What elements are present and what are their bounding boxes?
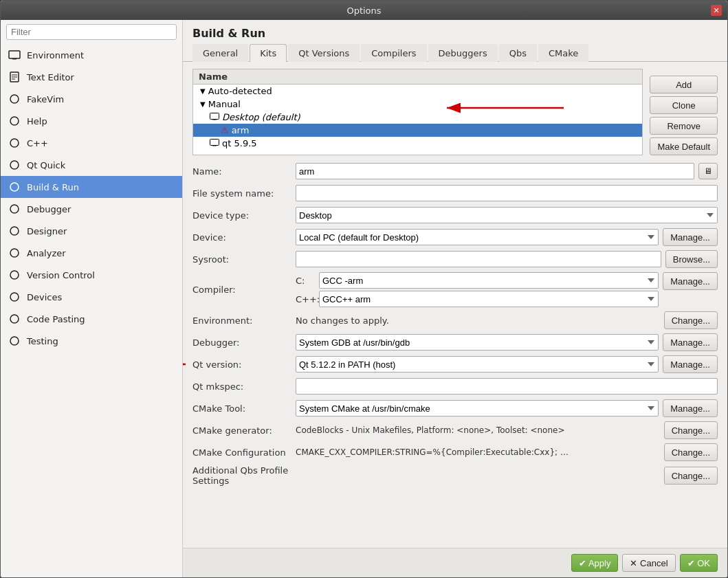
- device-select[interactable]: Local PC (default for Desktop): [296, 229, 659, 245]
- sidebar-item-analyzer[interactable]: Analyzer: [1, 242, 182, 264]
- add-kit-button[interactable]: Add: [650, 76, 718, 93]
- clone-kit-button[interactable]: Clone: [650, 96, 718, 114]
- remove-kit-button[interactable]: Remove: [650, 117, 718, 135]
- kit-form: Name: 🖥 File system name:: [192, 162, 718, 490]
- cmake-configuration-change-button[interactable]: Change...: [664, 443, 718, 461]
- svg-point-10: [10, 183, 19, 191]
- qt-version-select[interactable]: Qt 5.12.2 in PATH (host): [296, 356, 659, 373]
- tab-cmake[interactable]: CMake: [538, 44, 588, 62]
- svg-point-16: [10, 315, 19, 323]
- svg-point-8: [10, 139, 19, 147]
- sidebar-item-environment[interactable]: Environment: [1, 44, 182, 66]
- tab-debuggers[interactable]: Debuggers: [428, 44, 498, 62]
- sidebar-item-label-analyzer: Analyzer: [27, 248, 66, 258]
- environment-label: Environment:: [192, 315, 296, 326]
- sidebar-item-version-control[interactable]: Version Control: [1, 264, 182, 286]
- name-value-container: 🖥: [296, 163, 718, 179]
- compiler-cpp-select[interactable]: GCC++ arm: [319, 291, 659, 307]
- build-icon: [8, 180, 21, 194]
- qt-mkspec-input[interactable]: [296, 378, 718, 394]
- sidebar-item-testing[interactable]: Testing: [1, 330, 182, 352]
- svg-point-7: [10, 117, 19, 125]
- close-button[interactable]: ✕: [711, 5, 722, 16]
- vc-icon: [8, 268, 21, 282]
- svg-rect-19: [212, 120, 217, 120]
- help-icon: [8, 114, 21, 128]
- additional-qbs-change-button[interactable]: Change...: [664, 467, 718, 485]
- additional-qbs-label: Additional Qbs Profile Settings: [192, 465, 296, 486]
- tree-item-label: qt 5.9.5: [222, 138, 257, 148]
- svg-rect-0: [9, 51, 20, 58]
- ok-button[interactable]: ✔ OK: [680, 554, 718, 572]
- debugger-select[interactable]: System GDB at /usr/bin/gdb: [296, 334, 659, 351]
- qt-mkspec-label: Qt mkspec:: [192, 381, 296, 392]
- name-label: Name:: [192, 166, 296, 177]
- sidebar-item-help[interactable]: Help: [1, 110, 182, 132]
- kit-tree-item-auto-detected[interactable]: ▼Auto-detected: [193, 85, 642, 98]
- tab-qt-versions[interactable]: Qt Versions: [288, 44, 360, 62]
- svg-rect-20: [210, 140, 219, 146]
- tab-compilers[interactable]: Compilers: [361, 44, 426, 62]
- sidebar-item-debugger[interactable]: Debugger: [1, 198, 182, 220]
- sidebar-item-fakevim[interactable]: FakeVim: [1, 88, 182, 110]
- kit-tree-item-desktop(default)[interactable]: Desktop (default): [193, 111, 642, 124]
- sidebar-item-build-run[interactable]: Build & Run: [1, 176, 182, 198]
- tree-item-label: Auto-detected: [208, 86, 272, 96]
- monitor-icon: [210, 112, 219, 122]
- name-icon-button[interactable]: 🖥: [698, 163, 718, 179]
- window-title: Options: [346, 5, 381, 16]
- tab-qbs[interactable]: Qbs: [499, 44, 537, 62]
- sidebar-item-label-testing: Testing: [27, 336, 58, 346]
- sidebar-item-code-pasting[interactable]: Code Pasting: [1, 308, 182, 330]
- cancel-button[interactable]: ✕ Cancel: [622, 554, 675, 572]
- tab-kits[interactable]: Kits: [250, 44, 287, 62]
- qt-version-manage-button[interactable]: Manage...: [663, 355, 718, 373]
- compiler-label: Compiler:: [192, 285, 296, 295]
- cmake-generator-change-button[interactable]: Change...: [664, 421, 718, 439]
- sidebar-item-label-fakevim: FakeVim: [27, 94, 64, 104]
- sidebar-item-text-editor[interactable]: Text Editor: [1, 66, 182, 88]
- panel-title: Build & Run: [183, 20, 727, 44]
- file-system-name-input[interactable]: [296, 185, 718, 201]
- svg-rect-18: [210, 113, 219, 120]
- sidebar-item-cpp[interactable]: C++: [1, 132, 182, 154]
- environment-change-button[interactable]: Change...: [664, 311, 718, 329]
- cmake-tool-row: CMake Tool: System CMake at /usr/bin/cma…: [192, 399, 718, 417]
- device-label: Device:: [192, 232, 296, 243]
- filter-input[interactable]: [6, 24, 177, 40]
- kit-tree-item-manual[interactable]: ▼Manual: [193, 98, 642, 111]
- device-type-select[interactable]: Desktop: [296, 207, 718, 223]
- sidebar-item-designer[interactable]: Designer: [1, 220, 182, 242]
- kit-tree-item-arm[interactable]: ⚠arm: [193, 124, 642, 137]
- cmake-tool-label: CMake Tool:: [192, 403, 296, 414]
- device-manage-button[interactable]: Manage...: [663, 228, 718, 246]
- svg-point-6: [10, 95, 19, 103]
- kit-tree-item-qt5.9.5[interactable]: qt 5.9.5: [193, 137, 642, 150]
- cmake-tool-select[interactable]: System CMake at /usr/bin/cmake: [296, 400, 659, 416]
- sysroot-browse-button[interactable]: Browse...: [665, 250, 718, 268]
- fakevim-icon: [8, 92, 21, 106]
- sidebar-item-qt-quick[interactable]: Qt Quick: [1, 154, 182, 176]
- cmake-tool-manage-button[interactable]: Manage...: [663, 399, 718, 417]
- tab-general[interactable]: General: [192, 44, 248, 62]
- device-row: Device: Local PC (default for Desktop) M…: [192, 228, 718, 246]
- compiler-c-row: C: GCC -arm: [296, 272, 659, 289]
- svg-point-12: [10, 227, 19, 235]
- panel-content: Name ▼Auto-detected▼ManualDesktop (defau…: [183, 62, 727, 548]
- cmake-configuration-label: CMake Configuration: [192, 447, 296, 458]
- tree-item-label: arm: [232, 125, 250, 135]
- tree-expand-icon: ▼: [200, 100, 206, 108]
- kits-area: Name ▼Auto-detected▼ManualDesktop (defau…: [192, 69, 718, 155]
- compiler-manage-button[interactable]: Manage...: [663, 272, 718, 290]
- name-row: Name: 🖥: [192, 162, 718, 180]
- apply-button[interactable]: ✔ Apply: [571, 554, 618, 572]
- sysroot-input[interactable]: [296, 251, 661, 267]
- debugger-manage-button[interactable]: Manage...: [663, 333, 718, 351]
- name-input[interactable]: [296, 163, 694, 179]
- environment-value: No changes to apply.: [296, 315, 389, 326]
- compiler-c-select[interactable]: GCC -arm: [319, 272, 659, 289]
- sysroot-label: Sysroot:: [192, 254, 296, 265]
- make-default-button[interactable]: Make Default: [650, 137, 718, 155]
- sidebar-item-devices[interactable]: Devices: [1, 286, 182, 308]
- apply-label: Apply: [588, 558, 611, 568]
